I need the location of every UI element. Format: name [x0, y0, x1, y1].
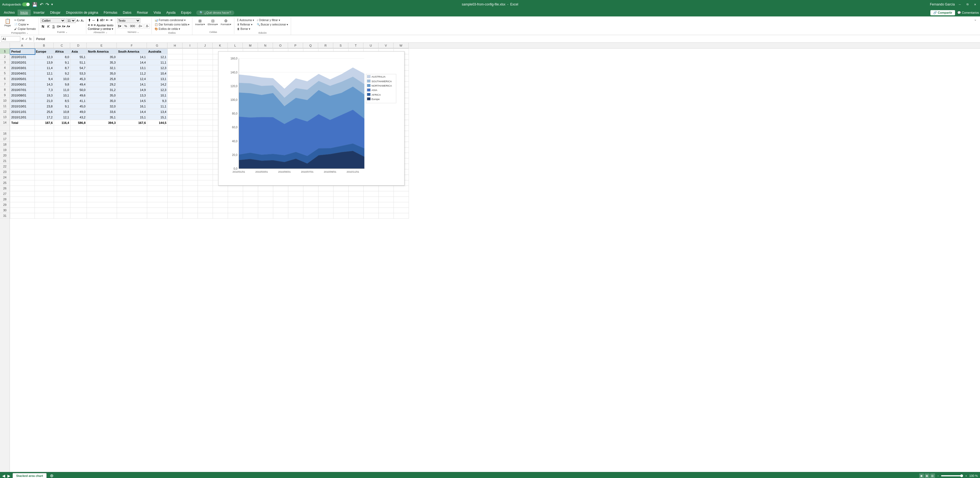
table-cell[interactable]: 2010/09/01	[10, 98, 35, 104]
table-cell-empty[interactable]	[147, 202, 168, 208]
zoom-in-button[interactable]: +	[965, 474, 967, 478]
table-cell-empty[interactable]	[10, 164, 35, 169]
table-cell-empty[interactable]	[35, 213, 54, 219]
table-cell-empty[interactable]	[147, 147, 168, 153]
table-cell-empty[interactable]	[394, 191, 409, 197]
table-cell-empty[interactable]	[394, 208, 409, 213]
table-cell-empty[interactable]	[70, 180, 87, 186]
table-cell-empty[interactable]	[273, 202, 288, 208]
table-cell-empty[interactable]	[198, 191, 213, 197]
table-cell[interactable]: 2010/10/01	[10, 104, 35, 109]
insert-cells-button[interactable]: ⊞ Insertar▾	[194, 18, 206, 26]
scroll-tabs-right[interactable]: ▶	[7, 473, 10, 478]
table-cell-empty[interactable]	[364, 186, 379, 191]
col-header-v[interactable]: V	[379, 43, 393, 48]
table-cell-empty[interactable]	[183, 131, 198, 137]
table-cell-empty[interactable]	[70, 164, 87, 169]
table-cell-empty[interactable]	[147, 142, 168, 147]
table-cell[interactable]: 43,2	[70, 115, 87, 120]
table-cell[interactable]: 9,2	[54, 71, 70, 76]
table-cell-empty[interactable]	[243, 197, 258, 202]
table-cell[interactable]: Asia	[70, 49, 87, 54]
col-header-g[interactable]: G	[147, 43, 167, 48]
row-num-1[interactable]: 1	[0, 48, 10, 54]
table-cell-empty[interactable]	[168, 65, 183, 71]
table-cell-empty[interactable]	[228, 186, 243, 191]
cell-styles-button[interactable]: 🎨 Estilos de celda ▾	[153, 27, 191, 31]
table-cell[interactable]: 35,0	[87, 98, 117, 104]
underline-button[interactable]: S	[51, 24, 56, 29]
table-cell-empty[interactable]	[213, 186, 228, 191]
table-cell-empty[interactable]	[303, 208, 318, 213]
table-cell-empty[interactable]	[54, 175, 70, 180]
table-cell-empty[interactable]	[117, 208, 147, 213]
fill-color-button[interactable]: A▾	[62, 25, 65, 28]
table-cell-empty[interactable]	[35, 164, 54, 169]
table-cell-empty[interactable]	[183, 76, 198, 82]
table-cell-empty[interactable]	[334, 213, 348, 219]
table-cell-empty[interactable]	[147, 186, 168, 191]
sort-filter-button[interactable]: ↕ Ordenar y filtrar ▾	[256, 18, 290, 22]
row-num-17[interactable]: 17	[0, 136, 10, 142]
table-cell-empty[interactable]	[168, 208, 183, 213]
table-cell-empty[interactable]	[288, 202, 303, 208]
table-cell[interactable]: 586,8	[70, 120, 87, 126]
table-cell-empty[interactable]	[168, 153, 183, 158]
table-cell-empty[interactable]	[183, 175, 198, 180]
table-cell[interactable]: 25,6	[35, 109, 54, 115]
table-cell[interactable]: 10,4	[147, 71, 168, 76]
table-cell-empty[interactable]	[54, 202, 70, 208]
table-cell-empty[interactable]	[54, 186, 70, 191]
table-cell[interactable]: 21,0	[35, 98, 54, 104]
table-cell[interactable]: 12,4	[117, 76, 147, 82]
row-num-21[interactable]: 21	[0, 158, 10, 164]
table-cell-empty[interactable]	[117, 137, 147, 142]
table-cell-empty[interactable]	[168, 180, 183, 186]
table-cell-empty[interactable]	[183, 164, 198, 169]
table-cell[interactable]: 35,1	[87, 115, 117, 120]
table-cell-empty[interactable]	[183, 115, 198, 120]
table-cell-empty[interactable]	[364, 197, 379, 202]
table-cell-empty[interactable]	[87, 169, 117, 175]
table-cell[interactable]: 10,0	[54, 76, 70, 82]
page-layout-view-button[interactable]: ▦	[924, 473, 929, 478]
restore-button[interactable]: ⧉	[965, 2, 970, 7]
table-cell[interactable]: Europe	[35, 49, 54, 54]
table-cell-empty[interactable]	[87, 126, 117, 131]
table-cell-empty[interactable]	[228, 213, 243, 219]
table-cell-empty[interactable]	[183, 109, 198, 115]
table-cell-empty[interactable]	[70, 213, 87, 219]
table-cell[interactable]: 14,2	[147, 82, 168, 87]
table-cell[interactable]: 394,3	[87, 120, 117, 126]
align-middle-button[interactable]: ↔	[92, 18, 95, 22]
menu-archivo[interactable]: Archivo	[1, 10, 18, 16]
align-center-button[interactable]: ≡	[91, 23, 93, 27]
col-header-p[interactable]: P	[288, 43, 303, 48]
table-cell[interactable]: Australia	[147, 49, 168, 54]
fill-button[interactable]: ⬇ Rellenar ▾	[236, 22, 255, 27]
table-cell-empty[interactable]	[117, 197, 147, 202]
paste-button[interactable]: 📋 Pegar	[3, 18, 13, 27]
table-cell-empty[interactable]	[258, 186, 273, 191]
table-cell-empty[interactable]	[258, 202, 273, 208]
menu-dibujar[interactable]: Dibujar	[48, 10, 63, 16]
table-cell[interactable]: 35,0	[87, 54, 117, 60]
table-cell-empty[interactable]	[54, 180, 70, 186]
table-cell-empty[interactable]	[147, 213, 168, 219]
table-cell-empty[interactable]	[379, 202, 394, 208]
table-cell[interactable]: 12,1	[54, 115, 70, 120]
table-cell-empty[interactable]	[198, 202, 213, 208]
table-cell-empty[interactable]	[198, 54, 213, 60]
find-select-button[interactable]: 🔍 Buscar y seleccionar ▾	[256, 22, 290, 27]
table-cell-empty[interactable]	[168, 120, 183, 126]
table-cell-empty[interactable]	[348, 197, 364, 202]
table-cell-empty[interactable]	[168, 191, 183, 197]
table-cell-empty[interactable]	[87, 197, 117, 202]
table-cell[interactable]: 12,1	[147, 54, 168, 60]
table-cell-empty[interactable]	[168, 104, 183, 109]
table-cell-empty[interactable]	[35, 191, 54, 197]
table-cell[interactable]: Period	[10, 49, 35, 54]
row-num-12[interactable]: 12	[0, 109, 10, 114]
table-cell[interactable]: North America	[87, 49, 117, 54]
table-cell[interactable]: 14,1	[117, 54, 147, 60]
